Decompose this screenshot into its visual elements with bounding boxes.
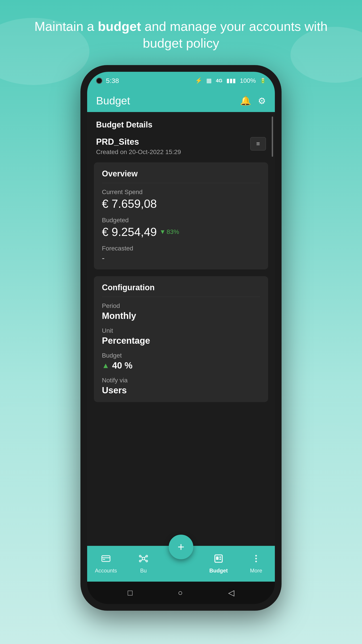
svg-point-16 [255, 555, 257, 556]
budget-icon [214, 554, 223, 566]
notify-value: Users [102, 385, 260, 395]
configuration-title: Configuration [102, 283, 260, 297]
notification-icon[interactable]: 🔔 [240, 96, 251, 106]
budgeted-label: Budgeted [102, 217, 260, 224]
svg-rect-0 [102, 556, 110, 562]
hero-text: Maintain a budget and manage your accoun… [0, 18, 362, 52]
budgeted-amount: € 9.254,49 [102, 225, 157, 238]
fab-plus-icon: + [178, 541, 184, 553]
svg-rect-15 [219, 556, 221, 558]
svg-rect-13 [216, 556, 219, 560]
svg-line-9 [144, 556, 146, 558]
back-button[interactable]: ◁ [228, 588, 234, 598]
status-left: 5:38 [96, 77, 119, 84]
bu-label: Bu [140, 568, 147, 574]
wifi-icon: ▦ [206, 77, 212, 84]
svg-point-6 [139, 560, 141, 562]
bottom-nav: + Accounts [87, 546, 275, 582]
nav-accounts[interactable]: Accounts [87, 554, 125, 574]
signal-icon: ▮▮▮ [226, 77, 236, 84]
notify-row: Notify via Users [102, 377, 260, 395]
unit-value: Percentage [102, 336, 260, 346]
nav-more[interactable]: More [237, 554, 275, 574]
fab-button[interactable]: + [169, 535, 193, 559]
nav-budget[interactable]: Budget [200, 554, 237, 574]
unit-label: Unit [102, 327, 260, 334]
home-button[interactable]: ○ [178, 588, 183, 598]
section-title: Budget Details [87, 112, 275, 135]
unit-row: Unit Percentage [102, 327, 260, 346]
configuration-card: Configuration Period Monthly Unit Percen… [94, 276, 268, 402]
period-value: Monthly [102, 311, 260, 321]
phone-frame: 5:38 ⚡ ▦ 4G ▮▮▮ 100% 🔋 Budget 🔔 ⚙ Budget… [80, 65, 282, 611]
content-area: Budget Details PRD_Sites Created on 20-O… [87, 112, 275, 546]
hero-bold: budget [98, 19, 141, 34]
scroll-indicator [272, 116, 273, 157]
app-bar-icons: 🔔 ⚙ [240, 96, 266, 106]
forecasted-label: Forecasted [102, 245, 260, 252]
budgeted-row: Budgeted € 9.254,49 ▼ 83% [102, 217, 260, 238]
recent-apps-button[interactable]: □ [128, 588, 132, 598]
hamburger-icon: ≡ [256, 140, 260, 147]
overview-title: Overview [102, 169, 260, 183]
budget-created-date: Created on 20-Oct-2022 15:29 [96, 148, 181, 156]
more-label: More [250, 568, 262, 574]
phone-screen: 5:38 ⚡ ▦ 4G ▮▮▮ 100% 🔋 Budget 🔔 ⚙ Budget… [87, 72, 275, 604]
period-row: Period Monthly [102, 302, 260, 321]
more-icon [251, 554, 261, 566]
system-nav: □ ○ ◁ [87, 582, 275, 604]
svg-line-8 [141, 556, 143, 558]
arrow-down-icon: ▼ [160, 228, 166, 236]
svg-point-5 [146, 555, 147, 557]
budget-row: Budget ▲ 40 % [102, 352, 260, 370]
budget-menu-button[interactable]: ≡ [250, 137, 266, 150]
app-bar: Budget 🔔 ⚙ [87, 90, 275, 112]
settings-icon[interactable]: ⚙ [258, 96, 266, 106]
app-title: Budget [96, 94, 130, 107]
budget-config-value: ▲ 40 % [102, 360, 260, 370]
notify-label: Notify via [102, 377, 260, 384]
overview-card: Overview Current Spend € 7.659,08 Budget… [94, 162, 268, 270]
svg-point-18 [255, 560, 257, 562]
accounts-icon [101, 554, 111, 566]
budget-percentage: 40 % [112, 360, 132, 370]
period-label: Period [102, 302, 260, 310]
svg-line-11 [144, 559, 146, 560]
budget-nav-label: Budget [209, 568, 228, 574]
accounts-label: Accounts [95, 568, 117, 574]
budget-config-label: Budget [102, 352, 260, 359]
budget-name-row: PRD_Sites Created on 20-Oct-2022 15:29 ≡ [87, 135, 275, 162]
budget-name: PRD_Sites [96, 137, 181, 147]
bu-icon [139, 554, 148, 566]
svg-line-10 [141, 559, 143, 560]
forecasted-value: - [102, 253, 260, 263]
status-right: ⚡ ▦ 4G ▮▮▮ 100% 🔋 [195, 77, 266, 84]
svg-rect-2 [103, 559, 105, 560]
svg-point-4 [139, 555, 141, 557]
current-spend-value: € 7.659,08 [102, 197, 260, 210]
lte-icon: 4G [216, 78, 222, 84]
svg-rect-14 [219, 558, 221, 560]
forecasted-row: Forecasted - [102, 245, 260, 263]
budget-name-info: PRD_Sites Created on 20-Oct-2022 15:29 [96, 137, 181, 156]
bluetooth-icon: ⚡ [195, 77, 202, 84]
nav-bu[interactable]: Bu [125, 554, 162, 574]
budgeted-badge: ▼ 83% [160, 228, 179, 236]
battery-text: 100% [240, 77, 256, 84]
battery-icon: 🔋 [260, 78, 266, 84]
svg-point-17 [255, 558, 257, 559]
budgeted-value: € 9.254,49 ▼ 83% [102, 225, 260, 238]
status-time: 5:38 [106, 77, 119, 84]
svg-point-7 [146, 560, 147, 562]
camera-dot [96, 78, 102, 84]
current-spend-label: Current Spend [102, 188, 260, 196]
status-bar: 5:38 ⚡ ▦ 4G ▮▮▮ 100% 🔋 [87, 72, 275, 90]
arrow-up-icon: ▲ [102, 361, 109, 370]
current-spend-row: Current Spend € 7.659,08 [102, 188, 260, 210]
budgeted-percentage: 83% [167, 228, 179, 236]
